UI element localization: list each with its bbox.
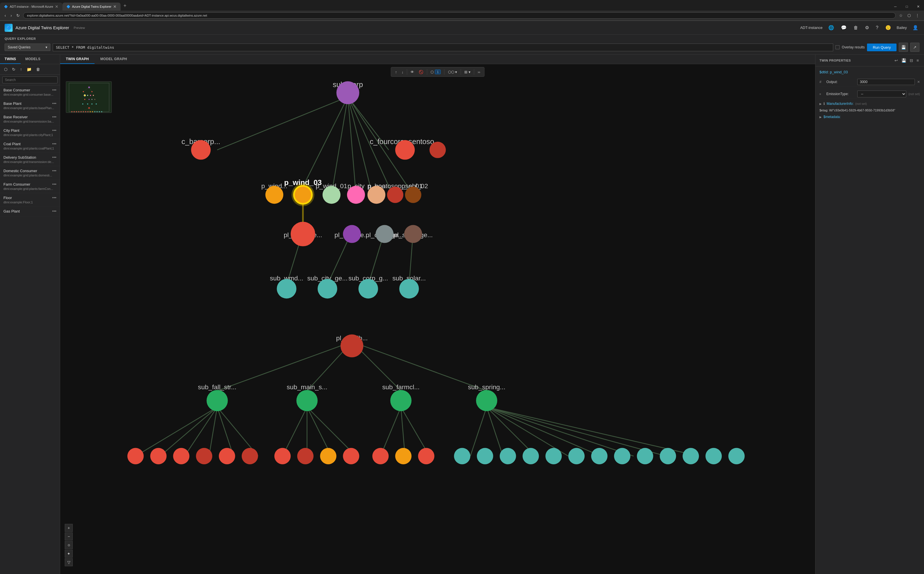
prop-manufacturer-row[interactable]: ▶ ℹ ManufacturerInfo: (not set) xyxy=(820,102,920,106)
saved-queries-dropdown[interactable]: Saved Queries ▾ xyxy=(5,44,50,51)
tab-close-1[interactable]: ✕ xyxy=(55,4,58,9)
list-item[interactable]: Domestic Consumer ••• dtmi:example:grid:… xyxy=(0,166,60,180)
save-props-button[interactable]: 💾 xyxy=(900,58,907,63)
upload-graph-button[interactable]: ↑ xyxy=(393,69,399,75)
filter-button[interactable]: ▽ xyxy=(65,558,73,566)
bookmark-button[interactable]: ☆ xyxy=(898,13,904,18)
node-sub-main-s[interactable] xyxy=(296,390,318,411)
list-item[interactable]: Coal Plant ••• dtmi:example:grid:plants:… xyxy=(0,139,60,153)
zoom-in-button[interactable]: + xyxy=(65,524,73,532)
node-sub-spring[interactable] xyxy=(476,390,497,411)
node-bottom-12[interactable] xyxy=(395,448,412,464)
zoom-fit-button[interactable]: ⊙ xyxy=(65,541,73,549)
item-menu-icon[interactable]: ••• xyxy=(52,142,57,146)
node-p-coatosop[interactable] xyxy=(387,187,403,203)
item-menu-icon[interactable]: ••• xyxy=(52,155,57,159)
folder-button[interactable]: 📁 xyxy=(25,66,33,73)
download-graph-button[interactable]: ↓ xyxy=(400,69,405,75)
close-button[interactable]: ✕ xyxy=(913,3,924,11)
item-menu-icon[interactable]: ••• xyxy=(52,196,57,200)
save-query-button[interactable]: 💾 xyxy=(899,43,908,52)
item-menu-icon[interactable]: ••• xyxy=(52,88,57,92)
node-bottom-26[interactable] xyxy=(728,448,745,464)
back-button[interactable]: ‹ xyxy=(3,13,7,18)
node-bottom-13[interactable] xyxy=(418,448,435,464)
item-menu-icon[interactable]: ••• xyxy=(52,169,57,173)
node-bottom-11[interactable] xyxy=(372,448,389,464)
share-query-button[interactable]: ↗ xyxy=(910,43,919,52)
chat-icon[interactable]: 💬 xyxy=(840,24,848,32)
item-menu-icon[interactable]: ••• xyxy=(52,101,57,106)
refresh-button[interactable]: ↻ xyxy=(15,13,21,18)
node-bottom-7[interactable] xyxy=(274,448,291,464)
help-icon[interactable]: ? xyxy=(875,24,880,32)
node-bottom-19[interactable] xyxy=(568,448,585,464)
node-bottom-1[interactable] xyxy=(128,448,144,464)
tab-twin-graph[interactable]: TWIN GRAPH xyxy=(60,55,95,64)
url-bar[interactable]: explorer.digitaltwins.azure.net/?tid=0a0… xyxy=(23,12,896,19)
node-bottom-20[interactable] xyxy=(591,448,607,464)
node-pl-wind-ge[interactable] xyxy=(292,222,314,246)
overlay-checkbox[interactable] xyxy=(836,45,839,49)
node-p-wind-03[interactable] xyxy=(294,186,312,204)
node-pl-corp-ge[interactable] xyxy=(375,225,394,243)
list-item[interactable]: Farm Consumer ••• dtmi:example:grid:plan… xyxy=(0,180,60,193)
node-sub-wind[interactable] xyxy=(277,279,296,298)
node-bottom-24[interactable] xyxy=(683,448,699,464)
hide-button[interactable]: 🚫 xyxy=(417,69,425,75)
item-menu-icon[interactable]: ••• xyxy=(52,115,57,119)
node-bottom-23[interactable] xyxy=(660,448,676,464)
list-item[interactable]: Base Consumer ••• dtmi:example:grid:cons… xyxy=(0,85,60,99)
run-query-button[interactable]: Run Query xyxy=(867,44,897,51)
node-sub-fall-str[interactable] xyxy=(207,390,228,411)
node-bottom-8[interactable] xyxy=(297,448,314,464)
item-menu-icon[interactable]: ••• xyxy=(52,209,57,213)
upload-button[interactable]: ↑ xyxy=(18,66,24,73)
node-bottom-6[interactable] xyxy=(242,448,258,464)
node-p-boo[interactable] xyxy=(367,186,386,204)
node-pl-city-ge[interactable] xyxy=(343,225,361,243)
list-item[interactable]: Base Plant ••• dtmi:example:grid:plants:… xyxy=(0,99,60,112)
globe-icon[interactable]: 🌐 xyxy=(827,24,835,32)
menu-button[interactable]: ⋮ xyxy=(914,13,921,18)
node-sub-corp[interactable] xyxy=(337,81,360,104)
browser-tab-1[interactable]: 🔷 ADT-instance - Microsoft Azure ✕ xyxy=(0,3,62,11)
undo-button[interactable]: ↩ xyxy=(893,58,899,63)
tab-model-graph[interactable]: MODEL GRAPH xyxy=(95,55,132,64)
node-c-extra[interactable] xyxy=(429,142,446,158)
node-bottom-16[interactable] xyxy=(500,448,516,464)
maximize-button[interactable]: □ xyxy=(901,3,913,11)
create-twin-button[interactable]: ⬡ xyxy=(2,66,9,73)
node-bottom-15[interactable] xyxy=(477,448,493,464)
prop-clear-button[interactable]: ✕ xyxy=(917,80,920,84)
node-sub-solar[interactable] xyxy=(399,279,419,298)
node-p-wind-left[interactable] xyxy=(265,186,283,204)
node-p-sol-02[interactable] xyxy=(405,187,421,203)
tab-twins[interactable]: TWINS xyxy=(0,55,20,64)
refresh-props-button[interactable]: ⊟ xyxy=(908,58,914,63)
node-bottom-5[interactable] xyxy=(219,448,235,464)
delete-button[interactable]: 🗑 xyxy=(35,66,42,73)
forward-button[interactable]: › xyxy=(9,13,13,18)
user-icon[interactable]: 👤 xyxy=(911,24,919,32)
item-menu-icon[interactable]: ••• xyxy=(52,182,57,186)
node-sub-corp-g[interactable] xyxy=(358,279,378,298)
item-menu-icon[interactable]: ••• xyxy=(52,128,57,132)
tab-close-2[interactable]: ✕ xyxy=(113,4,117,9)
prop-output-input[interactable] xyxy=(857,79,915,85)
node-bottom-2[interactable] xyxy=(150,448,167,464)
node-sub-farmcl[interactable] xyxy=(390,390,412,411)
node-bottom-3[interactable] xyxy=(173,448,189,464)
search-input[interactable] xyxy=(2,76,58,84)
layout-button[interactable]: ⬡⬡ ▾ xyxy=(446,69,459,75)
node-p-wind-01[interactable] xyxy=(323,186,341,204)
list-item[interactable]: Base Receiver ••• dtmi:example:grid:tran… xyxy=(0,112,60,126)
node-p-city[interactable] xyxy=(347,186,365,204)
node-sub-city-ge[interactable] xyxy=(318,279,337,298)
node-bottom-18[interactable] xyxy=(546,448,562,464)
grid-button[interactable]: ⊞ ▾ xyxy=(463,69,472,75)
show-button[interactable]: 👁 xyxy=(409,69,416,75)
node-bottom-14[interactable] xyxy=(454,448,470,464)
node-bottom-4[interactable] xyxy=(196,448,212,464)
list-item[interactable]: Delivery SubStation ••• dtmi:example:gri… xyxy=(0,153,60,166)
